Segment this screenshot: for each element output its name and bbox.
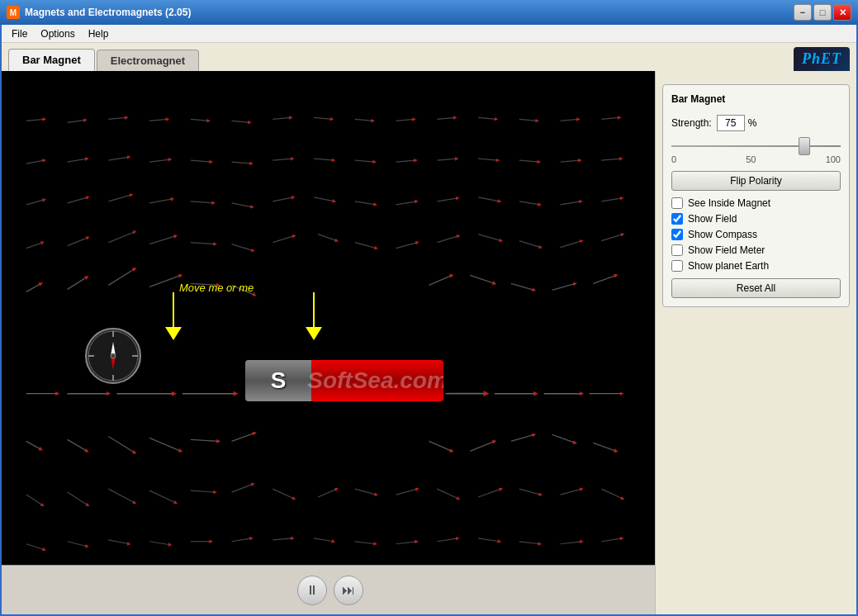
show-compass-checkbox[interactable]	[671, 229, 683, 240]
svg-line-102	[437, 489, 458, 499]
svg-line-106	[601, 489, 623, 499]
bar-magnet-panel: Bar Magnet Strength: % 0	[662, 84, 850, 307]
close-button[interactable]: ✕	[833, 4, 851, 21]
phet-logo: PhET	[794, 47, 850, 71]
svg-line-55	[355, 243, 377, 249]
svg-line-90	[552, 434, 576, 443]
checkbox-show-field: Show Field	[671, 213, 841, 225]
svg-line-114	[314, 538, 334, 542]
svg-line-81	[26, 441, 41, 449]
svg-line-83	[108, 436, 135, 453]
svg-line-39	[314, 197, 334, 201]
svg-line-2	[26, 119, 45, 121]
window-title: Magnets and Electromagnets (2.05)	[25, 7, 191, 18]
svg-line-50	[149, 236, 176, 244]
strength-slider-container: 0 50 100	[671, 138, 841, 164]
strength-slider-track[interactable]	[671, 138, 841, 154]
svg-line-28	[478, 159, 498, 160]
arrow-indicator-1	[157, 292, 190, 342]
svg-line-104	[519, 489, 541, 495]
slider-line	[671, 145, 841, 147]
svg-line-71	[552, 283, 576, 290]
svg-line-87	[429, 441, 452, 451]
slider-labels: 0 50 100	[671, 154, 841, 164]
svg-line-26	[396, 160, 416, 162]
svg-line-110	[149, 542, 170, 545]
svg-line-121	[601, 538, 622, 542]
magnet-pole-n: SoftSea.com	[311, 360, 443, 401]
show-field-checkbox[interactable]	[671, 213, 683, 225]
flip-polarity-button[interactable]: Flip Polarity	[671, 171, 841, 191]
svg-line-109	[108, 540, 129, 544]
svg-line-11	[396, 119, 415, 121]
see-inside-checkbox[interactable]	[671, 197, 683, 209]
svg-line-70	[511, 283, 534, 290]
svg-line-116	[396, 542, 417, 544]
svg-line-60	[561, 241, 582, 248]
step-button[interactable]: ⏭	[334, 576, 363, 605]
svg-line-14	[519, 119, 538, 121]
svg-line-113	[273, 538, 292, 540]
svg-marker-140	[306, 327, 322, 340]
planet-earth-checkbox[interactable]	[671, 260, 683, 272]
svg-line-30	[561, 160, 581, 162]
svg-line-53	[273, 236, 294, 243]
menu-file[interactable]: File	[5, 26, 34, 41]
field-meter-checkbox[interactable]	[671, 244, 683, 256]
simulation-area[interactable]: Move me or me	[2, 71, 655, 614]
transport-controls: ⏸ ⏭	[2, 565, 655, 614]
slider-thumb[interactable]	[799, 137, 810, 155]
window-frame: File Options Help Bar Magnet Electromagn…	[0, 25, 858, 616]
bar-magnet[interactable]: S SoftSea.com	[245, 360, 443, 401]
svg-line-65	[149, 275, 181, 287]
svg-line-10	[355, 119, 373, 121]
svg-line-35	[149, 199, 173, 203]
svg-line-120	[561, 542, 582, 544]
right-panel: Bar Magnet Strength: % 0	[655, 71, 856, 614]
tab-electromagnet[interactable]: Electromagnet	[97, 50, 199, 71]
svg-line-27	[437, 159, 457, 160]
checkbox-field-meter: Show Field Meter	[671, 244, 841, 256]
minimize-button[interactable]: −	[794, 4, 812, 21]
menu-help[interactable]: Help	[82, 26, 116, 41]
percent-label: %	[748, 117, 757, 129]
svg-line-98	[273, 489, 294, 499]
svg-line-101	[396, 489, 418, 495]
strength-row: Strength: %	[671, 115, 841, 131]
svg-line-33	[68, 197, 88, 203]
svg-line-62	[26, 283, 41, 291]
svg-line-105	[561, 489, 582, 495]
tab-bar-magnet[interactable]: Bar Magnet	[8, 49, 95, 71]
maximize-button[interactable]: □	[813, 4, 832, 21]
watermark: SoftSea.com	[307, 367, 443, 394]
compass[interactable]	[84, 327, 142, 385]
slider-max: 100	[826, 154, 841, 164]
svg-line-86	[232, 433, 255, 441]
svg-point-149	[111, 353, 116, 358]
svg-line-92	[26, 495, 43, 505]
svg-line-56	[396, 243, 418, 249]
svg-line-45	[561, 201, 581, 205]
svg-line-103	[478, 489, 501, 497]
menu-bar: File Options Help	[2, 25, 856, 43]
svg-line-32	[26, 200, 45, 205]
svg-line-22	[232, 162, 252, 163]
svg-line-24	[314, 159, 334, 160]
svg-line-85	[191, 439, 219, 441]
pause-button[interactable]: ⏸	[297, 576, 327, 605]
svg-line-68	[429, 275, 452, 285]
svg-line-93	[68, 492, 88, 505]
strength-input[interactable]	[717, 115, 745, 131]
menu-options[interactable]: Options	[34, 26, 81, 41]
svg-line-97	[232, 484, 254, 492]
svg-line-58	[478, 235, 501, 241]
show-compass-label: Show Compass	[688, 229, 757, 240]
svg-line-17	[26, 160, 45, 163]
svg-line-9	[314, 117, 332, 119]
reset-all-button[interactable]: Reset All	[671, 278, 841, 298]
svg-line-7	[232, 121, 250, 122]
svg-line-41	[396, 201, 417, 205]
svg-line-42	[437, 198, 457, 201]
svg-line-4	[108, 117, 126, 119]
svg-line-99	[318, 489, 337, 497]
